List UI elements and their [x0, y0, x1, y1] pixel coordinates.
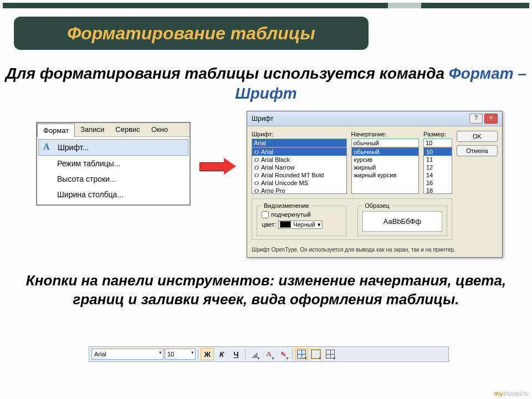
menubar: Формат Записи Сервис Окно — [37, 123, 190, 137]
font-input[interactable] — [252, 139, 347, 147]
size-combo-value: 10 — [167, 351, 174, 357]
menu-item-rowheight[interactable]: Высота строки... — [37, 171, 190, 187]
list-item[interactable]: Arial — [252, 148, 346, 156]
size-combo[interactable]: 10 — [165, 349, 196, 360]
list-item[interactable]: обычный — [352, 148, 419, 156]
menu-records[interactable]: Записи — [75, 123, 110, 136]
font-combo-value: Arial — [94, 351, 106, 357]
watermark-prefix: my — [494, 390, 503, 397]
list-item[interactable]: жирный курсив — [352, 171, 419, 179]
style-input[interactable] — [351, 139, 420, 147]
dialog-titlebar: Шрифт ? ✕ — [247, 111, 502, 126]
size-listbox[interactable]: 10 11 12 14 16 18 20 — [423, 147, 452, 194]
help-button[interactable]: ? — [469, 114, 483, 124]
font-dialog: Шрифт ? ✕ Шрифт: Arial Arial Black Arial… — [247, 111, 503, 258]
underline-button[interactable]: Ч — [229, 348, 243, 360]
dialog-footer: Шрифт OpenType. Он используется для выво… — [247, 244, 502, 257]
chevron-down-icon: ▼ — [257, 356, 260, 360]
underline-check[interactable] — [262, 211, 269, 218]
list-item[interactable]: Arial Unicode MS — [252, 179, 346, 187]
list-item[interactable]: курсив — [352, 156, 419, 163]
dialog-title: Шрифт — [252, 115, 273, 122]
table-style-button[interactable]: ▼ — [324, 348, 337, 360]
separator — [198, 349, 198, 359]
size-column: Размер: 10 11 12 14 16 18 20 — [423, 131, 452, 194]
menu-item-font[interactable]: A Шрифт... — [38, 139, 188, 156]
style-label: Начертание: — [351, 131, 420, 137]
separator — [292, 349, 293, 359]
list-item[interactable]: 16 — [424, 179, 452, 187]
chevron-down-icon: ▼ — [332, 356, 336, 360]
gridlines-button[interactable]: ▼ — [295, 348, 308, 360]
separator — [245, 349, 245, 359]
list-item[interactable]: Arial Black — [252, 156, 346, 163]
list-item[interactable]: 14 — [424, 171, 452, 179]
formatting-toolbar: Arial 10 Ж К Ч ▼ A▼ ✎▼ ▼ ▼ ▼ — [89, 346, 449, 362]
watermark-rest: shared.ru — [503, 390, 529, 397]
format-menu-screenshot: Формат Записи Сервис Окно A Шрифт... Реж… — [36, 122, 191, 206]
menu-window[interactable]: Окно — [146, 123, 173, 136]
list-item[interactable]: 18 — [424, 187, 452, 194]
list-item[interactable]: 10 — [424, 148, 452, 156]
font-label: Шрифт: — [252, 131, 347, 137]
chevron-down-icon: ▼ — [304, 356, 308, 360]
underline-checkbox[interactable]: подчеркнутый — [262, 211, 341, 218]
color-swatch-icon — [280, 221, 291, 228]
slide-title: Форматирование таблицы — [67, 23, 315, 44]
cancel-button[interactable]: Отмена — [457, 145, 498, 156]
style-column: Начертание: обычный курсив жирный жирный… — [351, 131, 420, 194]
list-item[interactable]: 12 — [424, 163, 452, 171]
list-item[interactable]: Arial Rounded MT Bold — [252, 171, 346, 179]
size-input[interactable] — [423, 139, 452, 147]
font-color-button[interactable]: A▼ — [262, 348, 275, 360]
fill-color-button[interactable]: ▼ — [248, 348, 261, 360]
size-label: Размер: — [423, 131, 452, 137]
list-item[interactable]: 11 — [424, 156, 452, 163]
ok-button[interactable]: OK — [457, 131, 498, 142]
color-value: Черный — [293, 221, 315, 228]
font-column: Шрифт: Arial Arial Black Arial Narrow Ar… — [252, 131, 347, 194]
list-item[interactable]: Arial Narrow — [252, 163, 346, 171]
menu-item-label: Шрифт... — [58, 143, 89, 152]
arrow-icon — [200, 158, 238, 175]
line-color-button[interactable]: ✎▼ — [277, 348, 290, 360]
watermark: myshared.ru — [494, 390, 529, 397]
style-listbox[interactable]: обычный курсив жирный жирный курсив — [351, 147, 420, 194]
borders-button[interactable]: ▼ — [309, 348, 323, 360]
font-letter-icon: A — [43, 142, 50, 152]
color-combo[interactable]: Черный ▾ — [278, 221, 323, 229]
group-sample-legend: Образец — [362, 202, 391, 209]
menu-item-tablemode[interactable]: Режим таблицы... — [37, 156, 190, 171]
font-listbox[interactable]: Arial Arial Black Arial Narrow Arial Rou… — [252, 147, 347, 194]
chevron-down-icon: ▼ — [271, 356, 275, 360]
font-combo[interactable]: Arial — [91, 349, 163, 360]
list-item[interactable]: жирный — [352, 163, 419, 171]
title-box: Форматирование таблицы — [14, 17, 369, 50]
italic-button[interactable]: К — [215, 348, 228, 360]
color-label: цвет: — [262, 221, 276, 228]
list-item[interactable]: Arno Pro — [252, 187, 346, 194]
subtitle-text: Для форматирования таблицы используется … — [6, 65, 449, 82]
sample-preview: AaBbБбФф — [362, 211, 442, 232]
menu-service[interactable]: Сервис — [110, 123, 146, 136]
menu-format[interactable]: Формат — [37, 124, 75, 137]
subtitle: Для форматирования таблицы используется … — [0, 64, 532, 104]
bottom-paragraph: Кнопки на панели инструментов: изменение… — [0, 272, 532, 309]
menu-dropdown: A Шрифт... Режим таблицы... Высота строк… — [37, 137, 190, 204]
group-mod-legend: Видоизменение — [262, 202, 311, 209]
bold-button[interactable]: Ж — [201, 348, 214, 360]
menu-item-colwidth[interactable]: Ширина столбца... — [37, 187, 190, 202]
chevron-down-icon: ▼ — [318, 356, 322, 360]
decor-stripe — [3, 3, 529, 8]
decor-stripe-gap — [388, 3, 421, 8]
chevron-down-icon: ▼ — [285, 356, 289, 360]
underline-label: подчеркнутый — [271, 211, 311, 218]
close-button[interactable]: ✕ — [484, 114, 498, 124]
chevron-down-icon: ▾ — [318, 221, 321, 228]
